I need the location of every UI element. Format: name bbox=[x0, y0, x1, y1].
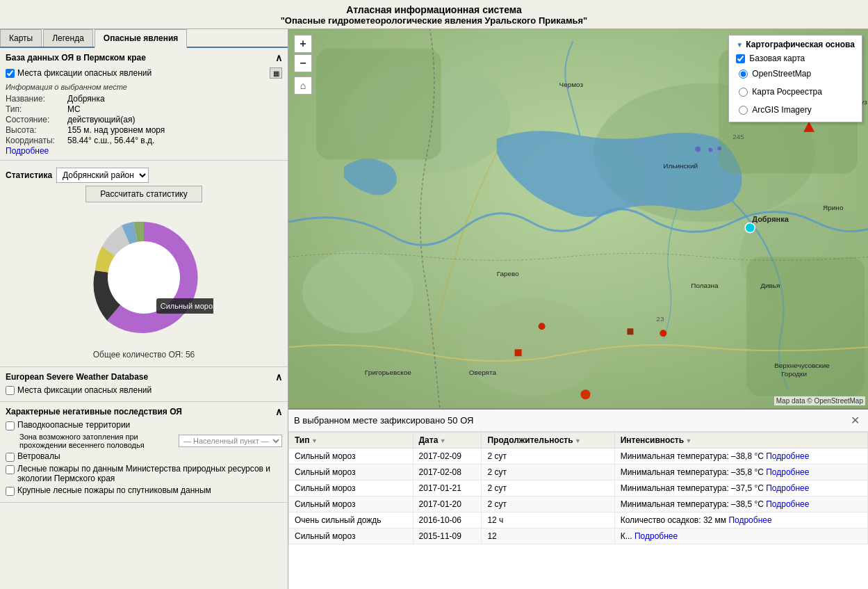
eswd-section: European Severe Weather Database ∧ Места… bbox=[0, 367, 288, 402]
svg-text:23: 23 bbox=[656, 315, 664, 323]
cell-type: Сильный мороз bbox=[289, 529, 413, 544]
calc-button[interactable]: Рассчитать статистику bbox=[85, 186, 202, 202]
radio-group: OpenStreetMap Карта Росреестра ArcGIS Im… bbox=[739, 66, 855, 118]
cell-type: Сильный мороз bbox=[289, 497, 413, 513]
svg-text:Гарево: Гарево bbox=[497, 270, 520, 277]
map-controls: + − ⌂ bbox=[294, 35, 312, 95]
svg-text:Полазна: Полазна bbox=[691, 282, 719, 289]
svg-rect-27 bbox=[515, 349, 522, 356]
neg-collapse-icon[interactable]: ∧ bbox=[275, 406, 282, 417]
tab-danger[interactable]: Опасные явления bbox=[95, 29, 187, 48]
col-date[interactable]: Дата bbox=[413, 433, 482, 449]
svg-text:Городки: Городки bbox=[781, 370, 807, 378]
cell-date: 2015-11-09 bbox=[413, 529, 482, 544]
table-row: Очень сильный дождь 2016-10-06 12 ч Коли… bbox=[289, 513, 868, 529]
base-map-checkbox[interactable] bbox=[736, 54, 745, 63]
table-header-row: В выбранном месте зафиксировано 50 ОЯ ✕ bbox=[288, 410, 868, 432]
eswd-checkbox-label[interactable]: Места фиксации опасных явлений bbox=[6, 385, 282, 395]
details-link[interactable]: Подробнее bbox=[634, 531, 678, 541]
map-legend-overlay: ▼ Картографическая основа Базовая карта … bbox=[728, 35, 862, 122]
data-table: Тип Дата Продолжительность Интенсивность… bbox=[288, 432, 868, 544]
info-row-status: Состояние: действующий(ая) bbox=[6, 115, 282, 124]
cell-date: 2016-10-06 bbox=[413, 513, 482, 529]
eswd-collapse-icon[interactable]: ∧ bbox=[275, 371, 282, 382]
cell-date: 2017-01-21 bbox=[413, 481, 482, 497]
zoom-out-button[interactable]: − bbox=[294, 54, 312, 72]
details-link[interactable]: Подробнее bbox=[766, 451, 809, 461]
col-intensity[interactable]: Интенсивность bbox=[614, 433, 867, 449]
col-type[interactable]: Тип bbox=[289, 433, 413, 449]
legend-rosreestr[interactable]: Карта Росреестра bbox=[739, 87, 855, 97]
tab-legend[interactable]: Легенда bbox=[43, 29, 93, 47]
map-area[interactable]: Чермоз Ильинский Нижч Дуз Ярино Дивья По… bbox=[288, 29, 868, 408]
zoom-in-button[interactable]: + bbox=[294, 35, 312, 53]
db-section-header: База данных ОЯ в Пермском крае ∧ bbox=[6, 52, 282, 63]
info-row-type: Тип: МС bbox=[6, 104, 282, 114]
cell-type: Сильный мороз bbox=[289, 481, 413, 497]
home-button[interactable]: ⌂ bbox=[294, 76, 312, 95]
details-link[interactable]: Подробнее bbox=[766, 499, 809, 509]
cell-duration: 2 сут bbox=[482, 481, 614, 497]
svg-text:Верхнечусовские: Верхнечусовские bbox=[774, 362, 830, 369]
col-duration[interactable]: Продолжительность bbox=[482, 433, 614, 449]
radio-rosreestr[interactable] bbox=[739, 88, 748, 97]
info-details-link[interactable]: Подробнее bbox=[6, 146, 49, 156]
db-collapse-icon[interactable]: ∧ bbox=[275, 52, 282, 63]
db-table-icon[interactable]: ▦ bbox=[270, 67, 282, 79]
main-content: Карты Легенда Опасные явления База данны… bbox=[0, 29, 868, 589]
svg-rect-9 bbox=[316, 49, 441, 160]
legend-base-map: Базовая карта bbox=[736, 54, 855, 63]
tabs: Карты Легенда Опасные явления bbox=[0, 29, 288, 48]
chart-total: Общее количество ОЯ: 56 bbox=[93, 350, 195, 360]
details-link[interactable]: Подробнее bbox=[766, 483, 809, 493]
neg-item-flood-zone: Зона возможного затопления при прохожден… bbox=[19, 433, 282, 449]
table-scroll[interactable]: Тип Дата Продолжительность Интенсивность… bbox=[288, 432, 868, 589]
cell-type: Сильный мороз bbox=[289, 449, 413, 465]
svg-point-31 bbox=[580, 389, 590, 399]
neg-checkbox-windfalls[interactable] bbox=[6, 453, 15, 462]
info-table: Название: Добрянка Тип: МС Состояние: де… bbox=[6, 94, 282, 145]
svg-text:Чермоз: Чермоз bbox=[559, 81, 584, 88]
eswd-title: European Severe Weather Database bbox=[6, 372, 148, 382]
svg-text:Дивья: Дивья bbox=[760, 282, 780, 289]
neg-item-flood: Паводкоопасные территории bbox=[6, 420, 282, 430]
tab-maps[interactable]: Карты bbox=[0, 29, 42, 47]
details-link[interactable]: Подробнее bbox=[766, 467, 809, 477]
db-checkbox-label[interactable]: Места фиксации опасных явлений bbox=[6, 68, 152, 78]
eswd-checkbox[interactable] bbox=[6, 386, 15, 395]
neg-checkbox-fires-satellite[interactable] bbox=[6, 487, 15, 496]
table-title: В выбранном месте зафиксировано 50 ОЯ bbox=[294, 415, 848, 426]
radio-arcgis[interactable] bbox=[739, 106, 748, 115]
donut-chart: Сильный мороз: 29 bbox=[74, 208, 213, 347]
svg-text:245: 245 bbox=[732, 133, 744, 140]
table-body: Сильный мороз 2017-02-09 2 сут Минимальн… bbox=[289, 449, 868, 544]
statistics-section: Статистика Добрянский район Рассчитать с… bbox=[0, 161, 288, 367]
table-row: Сильный мороз 2015-11-09 12 К... Подробн… bbox=[289, 529, 868, 544]
title-bar: Атласная информационная система "Опасные… bbox=[0, 0, 868, 29]
bottom-table-container: В выбранном месте зафиксировано 50 ОЯ ✕ … bbox=[288, 408, 868, 589]
eswd-header: European Severe Weather Database ∧ bbox=[6, 371, 282, 382]
radio-osm[interactable] bbox=[739, 70, 748, 79]
map-legend-title[interactable]: ▼ Картографическая основа bbox=[736, 40, 855, 49]
info-row-name: Название: Добрянка bbox=[6, 94, 282, 104]
cell-type: Очень сильный дождь bbox=[289, 513, 413, 529]
svg-rect-28 bbox=[627, 328, 633, 334]
neg-header: Характерные негативные последствия ОЯ ∧ bbox=[6, 406, 282, 417]
settlement-select[interactable]: — Населенный пункт — bbox=[179, 435, 282, 447]
svg-text:Оверята: Оверята bbox=[469, 369, 497, 376]
table-row: Сильный мороз 2017-02-08 2 сут Минимальн… bbox=[289, 465, 868, 481]
cell-date: 2017-02-09 bbox=[413, 449, 482, 465]
district-select[interactable]: Добрянский район bbox=[56, 168, 149, 183]
db-section-title: База данных ОЯ в Пермском крае bbox=[6, 53, 146, 63]
table-header: Тип Дата Продолжительность Интенсивность bbox=[289, 433, 868, 449]
table-close-button[interactable]: ✕ bbox=[848, 414, 862, 427]
cell-intensity: Минимальная температура: –35,8 °C Подроб… bbox=[614, 465, 867, 481]
legend-arcgis[interactable]: ArcGIS Imagery bbox=[739, 105, 855, 115]
details-link[interactable]: Подробнее bbox=[728, 515, 771, 525]
db-checkbox[interactable] bbox=[6, 69, 15, 78]
neg-checkbox-fires-ministry[interactable] bbox=[6, 465, 15, 474]
cell-date: 2017-01-20 bbox=[413, 497, 482, 513]
legend-osm[interactable]: OpenStreetMap bbox=[739, 69, 855, 79]
chart-container: Сильный мороз: 29 Общее количество ОЯ: 5… bbox=[6, 205, 282, 362]
neg-checkbox-flood[interactable] bbox=[6, 421, 15, 430]
